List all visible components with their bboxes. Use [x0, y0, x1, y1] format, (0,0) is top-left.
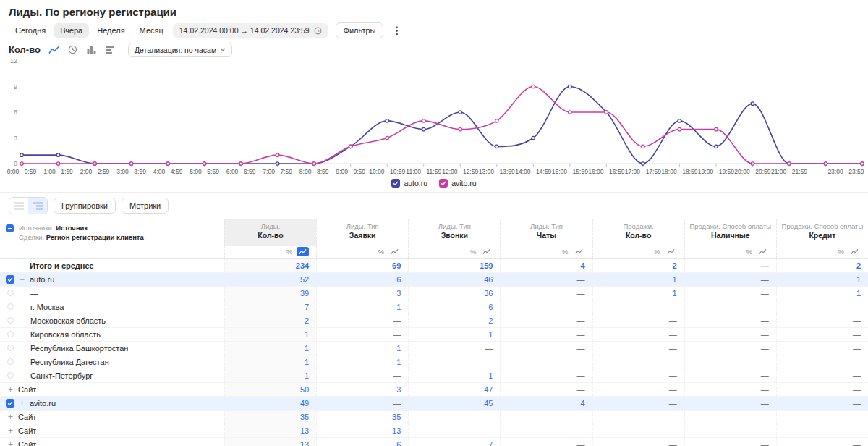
mini-chart-toggle-icon[interactable] [848, 247, 861, 256]
cell-value[interactable]: — [776, 300, 868, 314]
cell-value[interactable]: — [684, 411, 776, 424]
column-header[interactable]: Лиды. ТипЗвонки [408, 219, 500, 246]
cell-value[interactable]: 69 [316, 259, 408, 272]
cell-value[interactable]: — [776, 424, 868, 437]
row-checkbox[interactable] [7, 317, 14, 324]
cell-value[interactable]: 7 [408, 438, 500, 446]
preset-button[interactable]: Вчера [54, 23, 89, 38]
cell-value[interactable]: — [684, 259, 776, 272]
cell-value[interactable]: — [408, 355, 500, 369]
cell-value[interactable]: — [500, 328, 592, 341]
cell-value[interactable]: — [500, 438, 592, 446]
cell-value[interactable]: — [592, 424, 684, 437]
table-row[interactable]: Итого и среднее2346915942—2 [0, 259, 868, 273]
cell-value[interactable]: — [684, 369, 776, 382]
cell-value[interactable]: — [684, 355, 776, 369]
cell-value[interactable]: 46 [408, 273, 500, 286]
time-chart-type-icon[interactable] [66, 43, 80, 56]
cell-value[interactable]: — [776, 355, 868, 369]
cell-value[interactable]: — [684, 342, 776, 355]
cell-value[interactable]: 50 [224, 383, 316, 396]
cell-value[interactable]: 1 [316, 355, 408, 369]
cell-value[interactable]: — [592, 438, 684, 446]
cell-value[interactable]: 52 [224, 273, 316, 286]
cell-value[interactable]: 2 [224, 314, 316, 327]
cell-value[interactable]: 1 [408, 328, 500, 341]
cell-value[interactable]: 1 [776, 287, 868, 300]
cell-value[interactable]: 1 [316, 300, 408, 314]
cell-value[interactable]: — [316, 314, 408, 327]
cell-value[interactable]: 36 [408, 287, 500, 300]
cell-value[interactable]: — [592, 355, 684, 369]
cell-value[interactable]: — [776, 369, 868, 382]
cell-value[interactable]: — [684, 314, 776, 327]
cell-value[interactable]: 45 [408, 397, 500, 410]
percent-toggle[interactable]: % [654, 248, 660, 256]
cell-value[interactable]: 35 [316, 411, 408, 424]
cell-value[interactable]: — [500, 287, 592, 300]
groupings-button[interactable]: Группировки [54, 198, 116, 214]
table-row[interactable]: +Сайт3535————— [0, 411, 868, 424]
preset-button[interactable]: Сегодня [9, 23, 52, 38]
cell-value[interactable]: — [500, 424, 592, 437]
date-range-picker[interactable]: 14.02.2024 00:00 → 14.02.2024 23:59 [173, 23, 328, 38]
cell-value[interactable]: 1 [224, 369, 316, 382]
column-header[interactable]: Лиды. ТипЗаявки [316, 219, 408, 246]
cell-value[interactable]: — [684, 328, 776, 341]
cell-value[interactable]: — [592, 369, 684, 382]
table-row[interactable]: −auto.ru52646—1—1 [0, 273, 868, 287]
percent-toggle[interactable]: % [562, 248, 568, 256]
column-header[interactable]: Продажи.Кол-во [592, 219, 684, 246]
cell-value[interactable]: — [592, 300, 684, 314]
mini-chart-toggle-icon[interactable] [757, 247, 769, 256]
cell-value[interactable]: — [592, 411, 684, 424]
expand-toggle[interactable]: + [6, 413, 15, 421]
percent-toggle[interactable]: % [746, 248, 752, 256]
table-row[interactable]: Московская область2—2———— [0, 314, 868, 328]
expand-toggle[interactable]: − [17, 275, 27, 284]
percent-toggle[interactable]: % [286, 248, 292, 256]
expand-toggle[interactable]: + [6, 385, 15, 394]
cell-value[interactable]: — [684, 300, 776, 314]
preset-button[interactable]: Месяц [133, 23, 170, 38]
cell-value[interactable]: — [408, 424, 500, 437]
percent-toggle[interactable]: % [378, 248, 384, 256]
mini-chart-toggle-icon[interactable] [665, 247, 677, 256]
row-checkbox[interactable] [7, 290, 14, 296]
cell-value[interactable]: — [684, 397, 776, 410]
row-checkbox[interactable] [7, 345, 14, 351]
cell-value[interactable]: — [500, 273, 592, 286]
cell-value[interactable]: — [316, 328, 408, 341]
cell-value[interactable]: — [592, 397, 684, 410]
cell-value[interactable]: 13 [316, 424, 408, 437]
mini-chart-toggle-icon[interactable] [480, 247, 493, 256]
cell-value[interactable]: 6 [316, 438, 408, 446]
cell-value[interactable]: — [316, 369, 408, 382]
cell-value[interactable]: 1 [592, 273, 684, 286]
cell-value[interactable]: 1 [316, 342, 408, 355]
cell-value[interactable]: — [684, 424, 776, 437]
cell-value[interactable]: 4 [500, 397, 592, 410]
cell-value[interactable]: — [684, 273, 776, 286]
table-row[interactable]: Республика Дагестан11————— [0, 355, 868, 369]
cell-value[interactable]: — [776, 314, 868, 327]
cell-value[interactable]: 234 [224, 259, 316, 272]
line-chart-type-icon[interactable] [47, 43, 61, 56]
cell-value[interactable]: 1 [224, 328, 316, 341]
column-chart-type-icon[interactable] [85, 43, 99, 56]
mini-chart-toggle-icon[interactable] [388, 247, 401, 256]
cell-value[interactable]: — [592, 314, 684, 327]
column-header[interactable]: Лиды.Кол-во [224, 219, 316, 246]
legend-checkbox[interactable] [391, 179, 400, 188]
table-row[interactable]: г. Москва716———— [0, 300, 868, 314]
cell-value[interactable]: 47 [408, 383, 500, 396]
cell-value[interactable]: — [500, 411, 592, 424]
cell-value[interactable]: 49 [224, 397, 316, 410]
table-row[interactable]: +Сайт1313————— [0, 424, 868, 438]
cell-value[interactable]: — [592, 383, 684, 396]
cell-value[interactable]: 1 [224, 342, 316, 355]
cell-value[interactable]: — [776, 342, 868, 355]
cell-value[interactable]: — [316, 397, 408, 410]
cell-value[interactable]: — [500, 355, 592, 369]
cell-value[interactable]: — [684, 438, 776, 446]
